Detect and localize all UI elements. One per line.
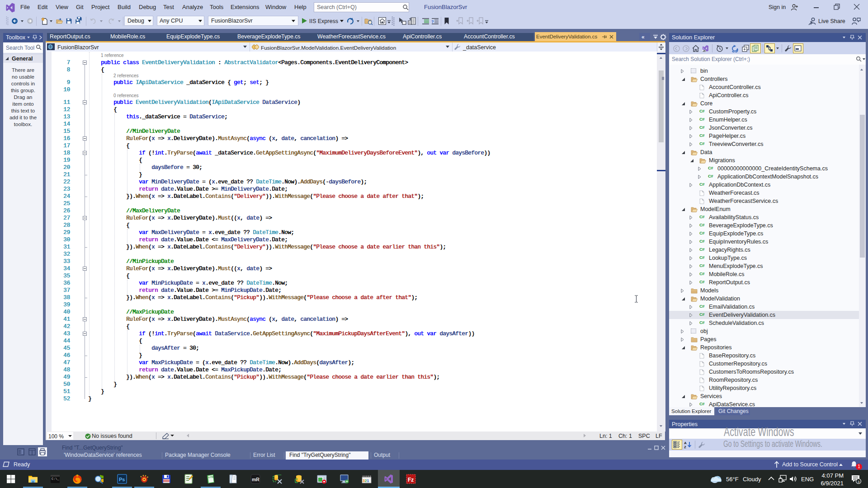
svg-text:Ps: Ps: [119, 477, 125, 482]
svg-text:C:\_: C:\_: [52, 477, 60, 481]
svg-text:3: 3: [858, 480, 860, 484]
svg-text:Z: Z: [684, 445, 686, 449]
svg-text:321: 321: [363, 479, 369, 483]
svg-text:Fz: Fz: [408, 477, 414, 483]
svg-text:LITE: LITE: [208, 475, 214, 479]
svg-text:mR: mR: [252, 477, 259, 482]
svg-text:?: ?: [431, 19, 434, 24]
